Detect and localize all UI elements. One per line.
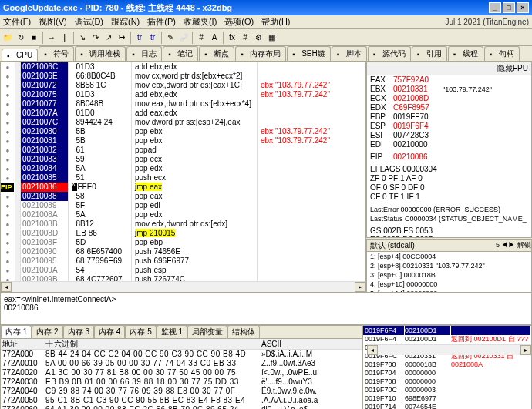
main-tab[interactable]: ▪笔记: [163, 46, 198, 61]
scroll-right-icon[interactable]: ▸: [355, 282, 365, 292]
dump-tab[interactable]: 内存 4: [94, 325, 125, 338]
layout-icon[interactable]: ▦: [265, 32, 278, 44]
settings-icon[interactable]: ⚙: [252, 32, 264, 44]
stack-row[interactable]: 0019F7000000018B: [363, 360, 531, 369]
disasm-row[interactable]: ●0021008B 8B12mov edx,dword ptr ds:[edx]: [1, 220, 365, 229]
disasm-row[interactable]: ●00210088 58pop eax: [1, 192, 365, 201]
dump-tab[interactable]: 局部变量: [187, 325, 227, 338]
disasm-row[interactable]: ●00210081 5Bpop ebxebx:"103.79.77.242": [1, 136, 365, 146]
stack-row[interactable]: 0019F7140074654E: [363, 403, 531, 409]
disasm-row[interactable]: ●00210082 61popad: [1, 146, 365, 155]
scrollbar-track[interactable]: [12, 282, 355, 292]
stack-panel[interactable]: 0019F6F4 002100D1 0019F6F4002100D1返回到 00…: [362, 325, 532, 409]
trace-over-icon[interactable]: tr: [146, 32, 159, 44]
dump-tab[interactable]: 内存 2: [32, 325, 62, 338]
menu-item[interactable]: 帮助(H): [261, 16, 290, 28]
disassembly-panel[interactable]: ●0021006C 01D3add ebx,edx●0021006E 66:8B…: [0, 62, 366, 293]
stack-arg-row[interactable]: 3: [esp+C] 0000018B: [367, 270, 531, 280]
disasm-row[interactable]: ●00210075 01D3add ebx,edxebx:"103.79.77.…: [1, 90, 365, 99]
step-over-icon[interactable]: ↷: [89, 32, 102, 44]
disasm-row[interactable]: ●0021009A 54push esp: [1, 266, 365, 275]
stop-icon[interactable]: ■: [28, 32, 40, 44]
dump-panel[interactable]: 内存 1内存 2内存 3内存 4内存 5监视 1局部变量结构体 地址 十六进制 …: [0, 325, 362, 409]
register-row[interactable]: EAX757F92A0: [367, 75, 531, 85]
dump-tab[interactable]: 内存 1: [1, 325, 32, 338]
register-row[interactable]: ESP0019F6F4: [367, 122, 531, 131]
main-tab[interactable]: ▪脚本: [332, 46, 367, 61]
comment-icon[interactable]: #: [195, 32, 207, 44]
disasm-row[interactable]: ●0021008F 5Dpop ebp: [1, 238, 365, 247]
main-tab[interactable]: ▪源代码: [368, 46, 411, 61]
dump-row[interactable]: 772A006064 A1 30 00 00 00 83 EC 2C 56 8B…: [1, 405, 362, 409]
disasm-row[interactable]: ●00210089 5Fpop edi: [1, 201, 365, 210]
dump-tab[interactable]: 监视 1: [157, 325, 187, 338]
open-icon[interactable]: 📁: [2, 32, 14, 44]
register-row[interactable]: EDXC69F8957: [367, 103, 531, 112]
menu-item[interactable]: 收藏夹(I): [184, 16, 217, 28]
disasm-row[interactable]: ●0021009B 68 4C772607push 726774C: [1, 275, 365, 281]
disasm-row[interactable]: ●0021008A 5Apop edx: [1, 210, 365, 220]
stack-convention[interactable]: 默认 (stdcall): [367, 240, 418, 251]
eip-value[interactable]: 00210086: [393, 153, 443, 162]
dump-row[interactable]: 772A005095 C1 8B C1 C3 90 CC 90 55 8B EC…: [1, 396, 362, 405]
arguments-panel[interactable]: 默认 (stdcall) 5 ◀▶ 解锁 1: [esp+4] 00CC0004…: [366, 239, 532, 293]
main-tab[interactable]: ▪线程: [448, 46, 483, 61]
disasm-row[interactable]: ●00210077 8B048Bmov eax,dword ptr ds:[eb…: [1, 99, 365, 109]
register-row[interactable]: ECX0021008D: [367, 94, 531, 103]
main-tab[interactable]: ▪符号: [39, 46, 74, 61]
dump-tab[interactable]: 结构体: [227, 325, 260, 338]
stack-arg-row[interactable]: 4: [esp+10] 00000000: [367, 280, 531, 289]
script-icon[interactable]: ✎: [164, 32, 177, 44]
disasm-row[interactable]: ●0021007A 01D0add eax,edx: [1, 109, 365, 118]
disasm-row[interactable]: ●00210085 51push ecx: [1, 173, 365, 183]
stack-row[interactable]: 0019F70C00000003: [363, 386, 531, 394]
disasm-row[interactable]: ●00210080 5Bpop ebxebx:"103.79.77.242": [1, 127, 365, 136]
stack-row[interactable]: 0019F70400000000: [363, 369, 531, 377]
dump-row[interactable]: 772A0040C9 39 88 74 00 30 77 76 09 39 88…: [1, 387, 362, 396]
stack-row[interactable]: 0019F70800000000: [363, 377, 531, 386]
menu-item[interactable]: 文件(F): [3, 16, 31, 28]
fpu-toggle[interactable]: 隐藏FPU: [367, 62, 531, 75]
main-tab[interactable]: ▪句柄: [484, 46, 520, 61]
patch-icon[interactable]: 🩹: [177, 32, 190, 44]
scroll-left-icon[interactable]: ◂: [1, 282, 12, 292]
step-n-icon[interactable]: ↦: [116, 32, 128, 44]
close-button[interactable]: ×: [517, 2, 529, 13]
minimize-button[interactable]: _: [489, 2, 501, 13]
main-tab[interactable]: ▪断点: [199, 46, 234, 61]
run-icon[interactable]: →: [45, 32, 58, 44]
dump-tab[interactable]: 内存 5: [125, 325, 156, 338]
disasm-row[interactable]: ●0021008D EB 86jmp 210015: [1, 229, 365, 238]
dump-row[interactable]: 772A0030EB B9 0B 01 00 00 66 39 88 18 00…: [1, 377, 362, 387]
step-out-icon[interactable]: ↗: [103, 32, 115, 44]
stack-row[interactable]: 0019F710698E6977: [363, 394, 531, 403]
pause-icon[interactable]: ‖: [59, 32, 71, 44]
label-icon[interactable]: A: [208, 32, 221, 44]
disasm-row[interactable]: ●0021007C 894424 24mov dword ptr ss:[esp…: [1, 118, 365, 127]
register-row[interactable]: ESI007428C3: [367, 131, 531, 140]
menu-item[interactable]: 选项(O): [224, 16, 254, 28]
main-tab[interactable]: ▪引用: [412, 46, 447, 61]
trace-into-icon[interactable]: tr: [133, 32, 146, 44]
disasm-row[interactable]: ●00210072 8B58 1Cmov ebx,dword ptr ds:[e…: [1, 81, 365, 90]
disasm-row[interactable]: ●00210090 68 6E657400push 74656E: [1, 247, 365, 256]
disasm-row[interactable]: ●0021006C 01D3add ebx,edx: [1, 62, 365, 72]
menu-item[interactable]: 跟踪(N): [111, 16, 140, 28]
disasm-row[interactable]: ●00210095 68 77696E69push 696E6977: [1, 256, 365, 266]
register-row[interactable]: EBP0019FF70: [367, 112, 531, 122]
main-tab[interactable]: ▪日志: [126, 46, 162, 61]
dump-row[interactable]: 772A0008B 44 24 04 CC C2 04 00 CC 90 C3 …: [1, 350, 362, 359]
dump-row[interactable]: 772A00105A 00 00 66 39 05 00 00 30 77 74…: [1, 359, 362, 368]
main-tab[interactable]: ▪CPU: [2, 49, 38, 61]
register-row[interactable]: EBX00210331"103.79.77.242": [367, 85, 531, 94]
calc-icon[interactable]: fx: [226, 32, 238, 44]
disasm-row[interactable]: EIP▶00210086^ FFE0jmp eax: [1, 183, 365, 192]
menu-item[interactable]: 视图(V): [39, 16, 67, 28]
maximize-button[interactable]: □: [503, 2, 515, 13]
main-tab[interactable]: ▪SEH链: [287, 46, 331, 61]
register-row[interactable]: EDI00210000: [367, 140, 531, 149]
registers-panel[interactable]: 隐藏FPU EAX757F92A0EBX00210331"103.79.77.2…: [366, 62, 532, 238]
dump-row[interactable]: 772A0020A1 3C 00 30 77 81 B8 00 00 30 77…: [1, 368, 362, 377]
main-tab[interactable]: ▪内存布局: [235, 46, 286, 61]
restart-icon[interactable]: ↻: [15, 32, 27, 44]
